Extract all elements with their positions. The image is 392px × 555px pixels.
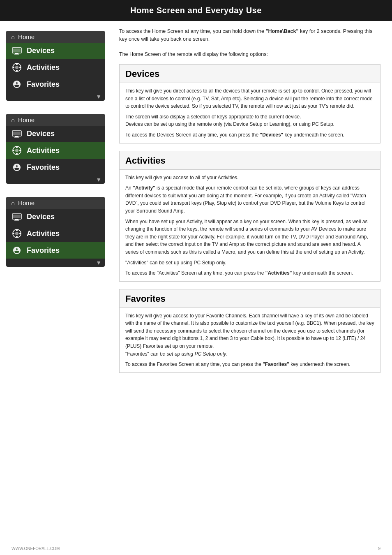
svg-rect-23 <box>14 220 19 221</box>
remote-favorites-label-1: Favorites <box>27 80 60 89</box>
svg-point-29 <box>19 233 21 234</box>
svg-point-15 <box>15 149 18 152</box>
favorites-icon-3 <box>11 246 23 255</box>
remote-activities-item-1[interactable]: Activities <box>6 59 105 76</box>
intro-paragraph: To access the Home Screen at any time, y… <box>119 28 380 58</box>
remote-activities-label-1: Activities <box>27 63 60 72</box>
remote-activities-label-2: Activities <box>27 146 60 155</box>
svg-point-8 <box>13 67 14 68</box>
svg-rect-11 <box>13 132 21 135</box>
devices-para-1: This key will give you direct access to … <box>125 87 374 110</box>
remote-devices-label-2: Devices <box>27 130 55 138</box>
devices-para-2: The screen will also display a selection… <box>125 113 374 128</box>
footer-page-number: 9 <box>378 546 380 551</box>
favorites-section: Favorites This key will give you access … <box>119 289 380 373</box>
content-area: To access the Home Screen at any time, y… <box>111 21 392 388</box>
devices-para-3: To access the Devices Screen at any time… <box>125 131 374 139</box>
devices-title: Devices <box>120 65 380 83</box>
footer-website: WWW.ONEFORALL.COM <box>12 546 60 551</box>
home-icon-1: ⌂ <box>11 33 15 40</box>
svg-rect-13 <box>14 137 19 138</box>
favorites-body: This key will give you access to your Fa… <box>120 308 380 372</box>
home-icon-3: ⌂ <box>11 199 15 206</box>
scroll-arrow-1: ▼ <box>6 92 105 101</box>
activities-para-5: To access the "Activities" Screen at any… <box>125 269 374 277</box>
svg-point-6 <box>16 63 18 65</box>
favorites-para-1: This key will give you access to your Fa… <box>125 312 374 358</box>
devices-key: "Devices" <box>260 132 284 138</box>
svg-point-16 <box>16 146 18 148</box>
svg-rect-1 <box>13 49 21 52</box>
remote-home-bar-3: ⌂ Home <box>6 197 105 209</box>
remote-favorites-label-2: Favorites <box>27 163 60 172</box>
scroll-arrow-3: ▼ <box>6 259 105 267</box>
remote-screen-1: ⌂ Home Devices <box>6 31 105 101</box>
remote-devices-item-2[interactable]: Devices <box>6 126 105 142</box>
svg-point-26 <box>16 229 18 231</box>
activities-section: Activities This key will give you access… <box>119 151 380 282</box>
activities-term: "Activity" <box>133 185 155 191</box>
svg-point-9 <box>19 67 21 68</box>
intro-key-homebak: "Home\Back" <box>265 28 298 34</box>
svg-point-27 <box>16 236 18 238</box>
svg-point-25 <box>15 232 18 235</box>
svg-point-5 <box>15 66 18 69</box>
remote-favorites-label-3: Favorites <box>27 246 60 255</box>
activities-body: This key will give you access to all of … <box>120 170 380 281</box>
intro-line-2: The Home Screen of the remote will displ… <box>119 51 380 58</box>
remote-home-bar-1: ⌂ Home <box>6 31 105 43</box>
remote-screen-3: ⌂ Home Devices <box>6 197 105 267</box>
remote-favorites-item-2[interactable]: Favorites <box>6 159 105 176</box>
remote-devices-item-1[interactable]: Devices <box>6 43 105 59</box>
sidebar: ⌂ Home Devices <box>0 21 111 388</box>
header-title: Home Screen and Everyday Use <box>130 6 262 15</box>
remote-home-label-3: Home <box>18 199 35 206</box>
devices-section: Devices This key will give you direct ac… <box>119 64 380 143</box>
activities-para-4: "Activities" can be set up using PC Setu… <box>125 259 374 267</box>
svg-rect-21 <box>13 215 21 218</box>
remote-screen-2: ⌂ Home Devices <box>6 114 105 184</box>
activities-para-1: This key will give you access to all of … <box>125 174 374 182</box>
activities-para-2: An "Activity" is a special mode that you… <box>125 184 374 215</box>
favorites-key: "Favorites" <box>263 361 289 367</box>
remote-favorites-item-1[interactable]: Favorites <box>6 76 105 92</box>
activities-key: "Activities" <box>265 270 292 276</box>
remote-home-bar-2: ⌂ Home <box>6 114 105 126</box>
devices-body: This key will give you direct access to … <box>120 83 380 143</box>
activities-para-3: When you have set up your Activity, it w… <box>125 218 374 256</box>
svg-rect-22 <box>15 219 18 220</box>
svg-point-19 <box>19 150 21 151</box>
remote-activities-label-3: Activities <box>27 229 60 238</box>
remote-home-label-2: Home <box>18 116 35 123</box>
devices-icon-2 <box>11 130 23 138</box>
remote-activities-item-3[interactable]: Activities <box>6 225 105 242</box>
home-icon-2: ⌂ <box>11 116 15 123</box>
intro-line-1: To access the Home Screen at any time, y… <box>119 28 380 43</box>
svg-rect-2 <box>15 53 18 54</box>
svg-point-28 <box>13 233 14 234</box>
svg-rect-3 <box>14 54 19 55</box>
activities-icon-2 <box>11 146 23 155</box>
page-footer: WWW.ONEFORALL.COM 9 <box>0 546 392 551</box>
remote-favorites-item-3[interactable]: Favorites <box>6 242 105 259</box>
favorites-icon-1 <box>11 80 23 89</box>
activities-title: Activities <box>120 151 380 170</box>
svg-point-17 <box>16 153 18 155</box>
svg-rect-12 <box>15 136 18 137</box>
activities-icon-1 <box>11 62 23 72</box>
devices-icon-3 <box>11 213 23 221</box>
scroll-arrow-2: ▼ <box>6 176 105 184</box>
remote-activities-item-2[interactable]: Activities <box>6 142 105 159</box>
favorites-title: Favorites <box>120 289 380 308</box>
page-header: Home Screen and Everyday Use <box>0 0 392 21</box>
devices-icon-1 <box>11 47 23 55</box>
activities-icon-3 <box>11 229 23 238</box>
svg-point-18 <box>13 150 14 151</box>
remote-devices-label-1: Devices <box>27 46 55 55</box>
favorites-para-2: To access the Favorites Screen at any ti… <box>125 361 374 368</box>
svg-point-7 <box>16 70 18 72</box>
favorites-icon-2 <box>11 163 23 172</box>
remote-devices-label-3: Devices <box>27 213 55 221</box>
remote-devices-item-3[interactable]: Devices <box>6 209 105 225</box>
remote-home-label-1: Home <box>18 33 35 40</box>
